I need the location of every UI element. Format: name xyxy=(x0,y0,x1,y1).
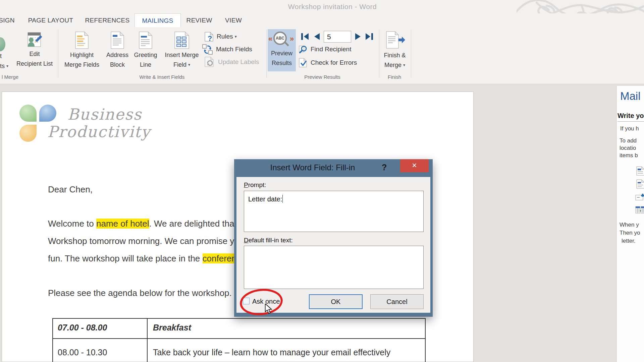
rules-label: Rules ▾ xyxy=(217,33,237,40)
tab-review[interactable]: REVIEW xyxy=(185,13,214,27)
greeting-line-button[interactable]: Greeting Line xyxy=(131,29,160,71)
letter-text: fun. The workshop will take place in the xyxy=(48,253,203,263)
chevron-down-icon: ▾ xyxy=(403,63,405,67)
address-block-icon xyxy=(110,32,124,49)
insert-merge-field-label2: Field ▾ xyxy=(162,60,202,70)
preview-results-label1: Preview xyxy=(268,49,296,58)
letter-paragraph-line4: Please see the agenda below for the work… xyxy=(48,288,232,298)
tab-view[interactable]: VIEW xyxy=(222,13,245,27)
finish-and-merge-button[interactable]: Finish & Merge ▾ xyxy=(380,29,410,71)
check-for-errors-button[interactable]: Check for Errors xyxy=(299,58,308,69)
agenda-activity-cell[interactable]: Take back your life – learn how to manag… xyxy=(147,339,425,362)
close-button[interactable]: ✕ xyxy=(400,159,429,172)
select-recipients-icon[interactable] xyxy=(0,37,5,51)
agenda-activity-cell[interactable]: Breakfast xyxy=(147,318,425,339)
edit-recipient-list-button[interactable]: Edit Recipient List xyxy=(14,29,55,71)
match-fields-button[interactable]: Match Fields xyxy=(202,44,213,57)
update-labels-button[interactable]: Update Labels xyxy=(205,57,215,69)
greeting-line-link-icon[interactable] xyxy=(636,179,644,189)
finish-and-merge-label1: Finish & xyxy=(380,51,410,60)
letter-text: . We are delighted that y xyxy=(149,219,244,229)
update-labels-label: Update Labels xyxy=(218,58,259,66)
go-to-record-input[interactable]: 5 xyxy=(324,31,351,43)
merge-field-highlight-hotel: name of hotel xyxy=(96,219,149,229)
rules-icon: ? xyxy=(205,32,215,43)
tab-design-partial[interactable]: SIGN xyxy=(0,13,16,27)
more-items-icon[interactable] xyxy=(635,206,644,215)
prompt-label: Prompt: xyxy=(244,181,266,189)
select-recipients-label-partial2[interactable]: ts ▾ xyxy=(0,63,8,70)
svg-text:?: ? xyxy=(208,34,212,43)
greeting-line-label2: Line xyxy=(131,60,160,70)
select-recipients-partial-text: ts xyxy=(0,63,5,69)
finish-and-merge-text: Merge xyxy=(384,62,401,68)
chevron-down-icon: ▾ xyxy=(188,62,190,67)
pane-heading: Mail xyxy=(620,90,641,103)
address-block-button[interactable]: Address Block xyxy=(103,29,131,71)
mail-merge-pane: Mail Write yo If you h To add locatio it… xyxy=(616,85,644,362)
tab-mailings[interactable]: MAILINGS xyxy=(135,13,181,27)
group-label-preview-results: Preview Results xyxy=(292,74,353,80)
group-separator xyxy=(379,29,379,78)
rules-button[interactable]: ? Rules ▾ xyxy=(205,32,215,44)
agenda-time-cell[interactable]: 08.00 - 10.30 xyxy=(53,339,147,362)
mouse-cursor-icon xyxy=(264,304,273,314)
logo-petal-blue xyxy=(39,105,56,122)
group-separator xyxy=(411,29,411,78)
logo-petal-orange xyxy=(19,125,37,142)
letter-paragraph-line1: Welcome to name of hotel. We are delight… xyxy=(48,219,244,229)
tab-page-layout[interactable]: PAGE LAYOUT xyxy=(24,13,77,27)
default-fill-in-text-input[interactable] xyxy=(244,246,424,289)
find-recipient-icon xyxy=(299,45,308,54)
find-recipient-label: Find Recipient xyxy=(311,46,351,53)
cancel-button[interactable]: Cancel xyxy=(370,294,424,309)
logo-petal-green xyxy=(19,105,37,122)
highlight-merge-fields-label2: Merge Fields xyxy=(63,60,101,70)
address-block-label1: Address xyxy=(103,50,131,60)
next-record-button[interactable] xyxy=(355,33,362,41)
pane-text-line: When y xyxy=(620,222,639,228)
address-block-link-icon[interactable] xyxy=(636,166,644,176)
prompt-input[interactable]: Letter date: xyxy=(244,191,424,232)
previous-record-button[interactable] xyxy=(313,33,320,41)
group-label-finish: Finish xyxy=(381,74,408,80)
find-recipient-button[interactable]: Find Recipient xyxy=(299,45,308,55)
agenda-time-cell[interactable]: 07.00 - 08.00 xyxy=(53,318,147,339)
last-record-button[interactable] xyxy=(365,33,374,41)
edit-recipient-list-label1: Edit xyxy=(14,49,55,59)
select-recipients-label-partial1: t xyxy=(0,53,2,60)
pane-section-header: Write yo xyxy=(618,112,644,120)
highlight-merge-fields-button[interactable]: Highlight Merge Fields xyxy=(63,29,101,71)
pane-text-line: items b xyxy=(620,152,638,159)
pane-text-line: locatio xyxy=(620,145,636,152)
letter-salutation: Dear Chen, xyxy=(48,184,93,195)
letter-paragraph-line3: fun. The workshop will take place in the… xyxy=(48,253,246,264)
match-fields-label: Match Fields xyxy=(216,46,252,53)
first-record-button[interactable] xyxy=(301,33,309,41)
tab-references[interactable]: REFERENCES xyxy=(85,13,130,27)
letter-paragraph-line2: Workshop tomorrow morning. We can promis… xyxy=(48,236,244,246)
help-icon[interactable]: ? xyxy=(382,163,387,172)
table-row: 07.00 - 08.00 Breakfast xyxy=(53,318,425,339)
text-cursor xyxy=(282,195,283,203)
agenda-table: 07.00 - 08.00 Breakfast 08.00 - 10.30 Ta… xyxy=(52,318,426,362)
finish-and-merge-label2: Merge ▾ xyxy=(380,60,410,70)
edit-recipient-list-label2: Recipient List xyxy=(14,59,55,69)
preview-results-button[interactable]: « » ABC Preview Results xyxy=(268,29,296,71)
pane-text-line: To add xyxy=(620,137,637,144)
table-row: 08.00 - 10.30 Take back your life – lear… xyxy=(53,339,425,362)
ribbon-tab-strip: SIGN PAGE LAYOUT REFERENCES MAILINGS REV… xyxy=(0,13,644,27)
insert-merge-field-button[interactable]: Insert Merge Field ▾ xyxy=(162,29,202,71)
ok-button[interactable]: OK xyxy=(309,294,363,309)
finish-and-merge-icon xyxy=(384,31,405,49)
rules-text: Rules xyxy=(217,33,233,40)
pane-text-line: Then yo xyxy=(620,230,640,236)
match-fields-icon xyxy=(202,44,213,55)
pane-text-line: letter. xyxy=(622,238,636,244)
insert-merge-field-icon xyxy=(174,32,190,49)
word-window: Workshop invitation - Word SIGN PAGE LAY… xyxy=(0,0,644,362)
default-fill-in-text-label: Default fill-in text: xyxy=(244,237,293,244)
greeting-line-label1: Greeting xyxy=(131,50,160,60)
group-label-start-mail-merge: l Merge xyxy=(0,74,20,80)
electronic-postage-icon[interactable] xyxy=(635,193,644,201)
